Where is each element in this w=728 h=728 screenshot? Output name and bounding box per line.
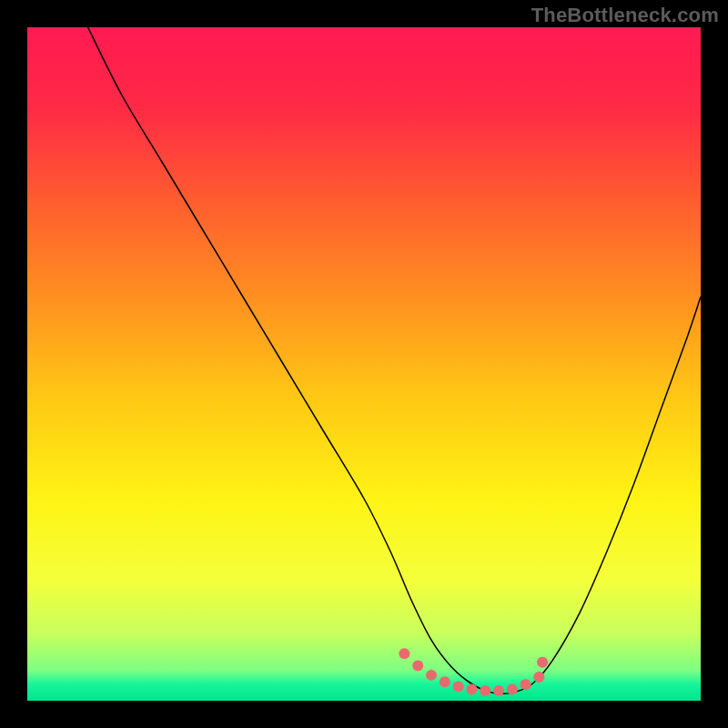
highlight-dot — [537, 657, 548, 668]
highlight-dot — [507, 683, 518, 694]
chart-stage: TheBottleneck.com — [0, 0, 728, 728]
watermark-text: TheBottleneck.com — [531, 4, 719, 27]
highlight-dot — [533, 672, 544, 682]
highlight-dot — [480, 685, 490, 696]
highlight-dot — [453, 681, 464, 692]
highlight-dot — [521, 679, 531, 690]
highlight-dot — [426, 670, 437, 681]
highlight-dot — [440, 676, 450, 687]
highlight-dot — [412, 661, 423, 672]
highlight-dot — [493, 685, 504, 696]
plot-background — [27, 27, 701, 701]
highlight-dot — [399, 648, 410, 659]
chart-svg — [27, 27, 701, 701]
highlight-dot — [466, 683, 477, 694]
